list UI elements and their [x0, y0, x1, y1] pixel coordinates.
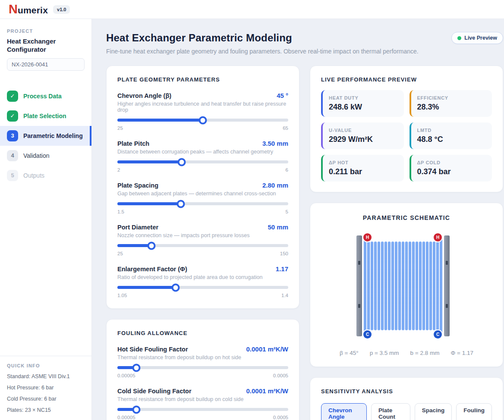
fouling-allowance-card: FOULING ALLOWANCE Hot Side Fouling Facto…: [106, 319, 299, 420]
quick-info-standard: Standard: ASME VIII Div.1: [7, 373, 85, 379]
cold-fouling-value: 0.0001 m²K/W: [246, 387, 288, 395]
tab-chevron-angle[interactable]: Chevron Angle: [321, 403, 367, 420]
plate-pitch-max: 6: [286, 167, 288, 172]
top-bar: Numerix v1.0: [0, 0, 504, 19]
port-diameter-slider[interactable]: [117, 244, 288, 247]
cold-fouling-slider-handle[interactable]: [132, 405, 140, 414]
brand-logo: Numerix: [9, 3, 48, 16]
plate-pitch-min: 2: [117, 167, 120, 172]
enlargement-factor-slider[interactable]: [117, 286, 288, 289]
performance-title: LIVE PERFORMANCE PREVIEW: [321, 76, 492, 83]
plate: [381, 241, 384, 330]
plate: [440, 238, 442, 334]
plate-geometry-title: PLATE GEOMETRY PARAMETERS: [117, 76, 288, 83]
left-end-frame: [356, 235, 362, 336]
sidebar-item-plate-selection[interactable]: ✓ Plate Selection: [0, 106, 91, 126]
plate: [374, 241, 377, 330]
port-diameter-slider-handle[interactable]: [148, 241, 156, 250]
schematic-title: PARAMETRIC SCHEMATIC: [321, 214, 492, 221]
hot-fouling-slider[interactable]: [117, 366, 288, 369]
cold-fouling-desc: Thermal resistance from deposit buildup …: [117, 396, 288, 402]
hot-inlet-left-icon: H: [362, 232, 372, 242]
plate-stack-schematic: H H C C: [356, 235, 457, 337]
chevron-angle-slider-handle[interactable]: [199, 116, 207, 124]
plate: [426, 241, 428, 330]
tab-fouling[interactable]: Fouling: [456, 403, 492, 420]
enlargement-factor-control: Enlargement Factor (Φ) 1.17 Ratio of dev…: [117, 265, 288, 298]
dp-hot-label: ΔP HOT: [329, 160, 398, 165]
enlargement-factor-label: Enlargement Factor (Φ): [117, 266, 187, 273]
cold-fouling-label: Cold Side Fouling Factor: [117, 388, 192, 395]
plate-spacing-slider[interactable]: [117, 202, 288, 205]
plate-stack: [364, 235, 442, 337]
page-title: Heat Exchanger Parametric Modeling: [106, 32, 434, 44]
dp-hot-value: 0.211 bar: [329, 167, 398, 176]
hot-fouling-slider-handle[interactable]: [132, 364, 140, 372]
port-diameter-label: Port Diameter: [117, 224, 158, 231]
port-diameter-value: 50 mm: [268, 223, 288, 231]
port-diameter-control: Port Diameter 50 mm Nozzle connection si…: [117, 223, 288, 256]
check-icon: ✓: [7, 110, 18, 122]
project-name: Heat Exchanger Configurator: [7, 38, 85, 54]
step-label: Validation: [23, 152, 49, 159]
lmtd-label: LMTD: [417, 128, 486, 133]
plate: [402, 241, 404, 330]
plate: [371, 241, 373, 330]
dp-cold-metric: ΔP COLD 0.374 bar: [410, 155, 492, 182]
check-icon: ✓: [7, 91, 18, 102]
tab-plate-count[interactable]: Plate Count: [371, 403, 410, 420]
left-column: PLATE GEOMETRY PARAMETERS Chevron Angle …: [106, 66, 299, 420]
port-diameter-min: 25: [117, 251, 123, 256]
sidebar-item-validation[interactable]: 4 Validation: [0, 146, 91, 166]
right-end-frame: [444, 235, 450, 336]
hot-fouling-min: 0.00005: [117, 373, 135, 378]
caption-spacing: b = 2.8 mm: [410, 350, 440, 356]
sidebar-item-outputs[interactable]: 5 Outputs: [0, 166, 91, 185]
plate: [433, 241, 435, 330]
hot-fouling-label: Hot Side Fouling Factor: [117, 346, 188, 353]
quick-info-label: QUICK INFO: [7, 363, 85, 368]
heat-duty-label: HEAT DUTY: [329, 95, 398, 100]
plate: [384, 241, 387, 330]
plate-spacing-label: Plate Spacing: [117, 182, 158, 189]
port-diameter-desc: Nozzle connection size — impacts port pr…: [117, 232, 288, 238]
plate-spacing-min: 1.5: [117, 209, 124, 214]
live-preview-badge: Live Preview: [451, 32, 503, 44]
enlargement-factor-slider-handle[interactable]: [171, 283, 180, 291]
step-number-badge: 3: [7, 130, 18, 141]
u-value-metric: U-VALUE 2929 W/m²K: [321, 122, 404, 149]
chevron-angle-desc: Higher angles increase turbulence and he…: [117, 101, 288, 113]
plate: [398, 241, 401, 330]
cold-fouling-min: 0.00005: [117, 415, 135, 420]
step-label: Outputs: [23, 172, 44, 179]
plate-geometry-card: PLATE GEOMETRY PARAMETERS Chevron Angle …: [106, 66, 299, 309]
enlargement-factor-desc: Ratio of developed to projected plate ar…: [117, 274, 288, 280]
plate: [429, 241, 432, 330]
plate-pitch-value: 3.50 mm: [262, 140, 288, 147]
plate: [378, 241, 380, 330]
chevron-angle-label: Chevron Angle (β): [117, 92, 171, 99]
chevron-angle-slider[interactable]: [117, 119, 288, 122]
step-number-badge: 5: [7, 170, 18, 181]
plate-spacing-slider-handle[interactable]: [176, 200, 185, 208]
plate: [391, 241, 394, 330]
plate: [405, 241, 408, 330]
sidebar: PROJECT Heat Exchanger Configurator NX-2…: [0, 19, 92, 420]
plate-pitch-slider-handle[interactable]: [177, 158, 186, 166]
plate: [395, 241, 397, 330]
chevron-angle-max: 65: [283, 125, 288, 131]
schematic-caption: β = 45° p = 3.5 mm b = 2.8 mm Φ = 1.17: [321, 350, 492, 356]
plate-spacing-max: 5: [286, 209, 288, 214]
plate-pitch-slider[interactable]: [117, 160, 288, 163]
caption-phi: Φ = 1.17: [450, 350, 473, 356]
sidebar-item-process-data[interactable]: ✓ Process Data: [0, 86, 91, 106]
tab-spacing[interactable]: Spacing: [415, 403, 452, 420]
sidebar-item-parametric-modeling[interactable]: 3 Parametric Modeling: [0, 126, 91, 146]
chevron-angle-min: 25: [117, 125, 123, 131]
right-column: LIVE PERFORMANCE PREVIEW HEAT DUTY 248.6…: [310, 66, 503, 420]
hot-fouling-desc: Thermal resistance from deposit buildup …: [117, 354, 288, 360]
hot-fouling-max: 0.0005: [273, 373, 288, 378]
project-id-field[interactable]: NX-2026-0041: [7, 58, 85, 71]
sensitivity-tabs: Chevron Angle Plate Count Spacing Foulin…: [321, 403, 492, 420]
cold-fouling-slider[interactable]: [117, 408, 288, 411]
